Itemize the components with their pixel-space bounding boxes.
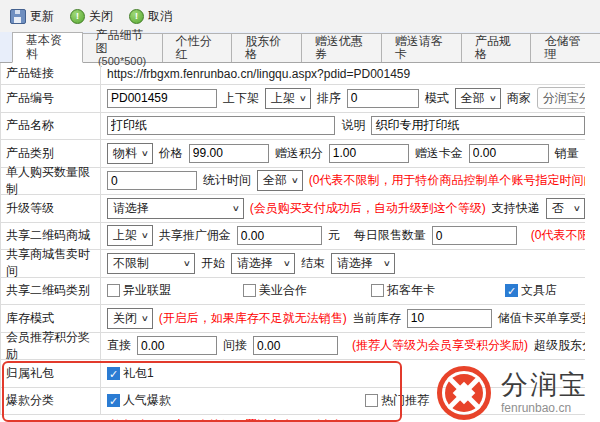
update-button[interactable]: 更新	[10, 8, 54, 25]
end-label: 结束	[301, 255, 325, 272]
express-select[interactable]: 否∨	[546, 198, 585, 219]
checkbox-remen-tuijian[interactable]: 热门推荐	[365, 392, 429, 409]
tab-basic-info[interactable]: 基本资料	[12, 32, 83, 63]
limit-note: (0代表不限制，用于特价商品控制单个账号指定时间内允许购买数量限制。)	[309, 172, 585, 189]
close-icon: !	[70, 9, 85, 24]
price-input[interactable]	[189, 144, 269, 163]
tab-personal-dividend[interactable]: 个性分红	[162, 33, 233, 62]
direct-label: 直接	[107, 337, 131, 354]
checkbox-icon	[371, 284, 384, 297]
fenrunbao-logo: 分润宝 fenrunbao.cn	[437, 366, 588, 420]
daily-limit-input[interactable]	[432, 226, 517, 245]
row-purchase-limit: 单人购买数量限制 统计时间 全部∨ (0代表不限制，用于特价商品控制单个账号指定…	[1, 168, 585, 196]
product-code-input[interactable]	[107, 89, 217, 108]
sales-label: 销量	[555, 145, 579, 162]
discount-label: 储值卡买单享受折扣	[498, 310, 585, 327]
tab-label: 赠送请客卡	[395, 35, 448, 61]
field-label: 会员推荐积分奖励	[1, 333, 101, 360]
express-label: 支持快递	[492, 200, 540, 217]
tab-label: 赠送优惠券	[315, 35, 368, 61]
share-shop-select[interactable]: 上架∨	[107, 225, 153, 246]
checkbox-checked-icon: ✓	[107, 394, 120, 407]
logo-name: 分润宝	[501, 371, 588, 399]
limit-input[interactable]	[107, 171, 197, 190]
field-label: 产品编号	[1, 85, 101, 112]
checkbox-label: 人气爆款	[123, 392, 171, 409]
end-value: 请选择	[337, 255, 373, 272]
updown-select[interactable]: 上架∨	[265, 88, 311, 109]
tab-warehouse[interactable]: 仓储管理	[530, 33, 600, 62]
close-button[interactable]: ! 关闭	[70, 8, 113, 25]
mode-value: 全部	[461, 90, 485, 107]
close-button-label: 关闭	[89, 8, 113, 25]
field-label: 库存模式	[1, 305, 101, 332]
tab-product-spec[interactable]: 产品规格	[461, 33, 532, 62]
stock-mode-select[interactable]: 关闭∨	[107, 308, 153, 329]
tab-gift-treat-card[interactable]: 赠送请客卡	[381, 33, 462, 62]
stat-time-select[interactable]: 全部∨	[257, 170, 303, 191]
row-product-link: 产品链接 https://frbgxm.fenrunbao.cn/lingqu.…	[1, 63, 585, 85]
tab-label: 基本资料	[26, 34, 69, 60]
upgrade-level-select[interactable]: 请选择∨	[107, 198, 244, 219]
desc-label: 说明	[341, 117, 365, 134]
checkbox-meiye-hezuo[interactable]: 美业合作	[243, 282, 365, 299]
daily-limit-label: 每日限售数量	[354, 227, 426, 244]
checkbox-renqi-baokuan[interactable]: ✓人气爆款	[107, 392, 359, 409]
start-label: 开始	[201, 255, 225, 272]
product-name-input[interactable]	[107, 116, 335, 135]
chevron-down-icon: ∨	[141, 149, 149, 158]
sort-input[interactable]	[347, 89, 419, 108]
checkbox-wenjudian[interactable]: ✓文具店	[505, 282, 557, 299]
checkbox-checked-icon: ✓	[107, 367, 120, 380]
card-input[interactable]	[469, 144, 549, 163]
stock-mode-value: 关闭	[113, 310, 137, 327]
chevron-down-icon: ∨	[141, 314, 149, 323]
category-select[interactable]: 物料∨	[107, 143, 153, 164]
chevron-down-icon: ∨	[283, 259, 291, 268]
tab-gift-coupon[interactable]: 赠送优惠券	[301, 33, 382, 62]
commission-label: 共享推广佣金	[159, 227, 231, 244]
checkbox-icon	[107, 284, 120, 297]
start-select[interactable]: 请选择∨	[231, 253, 295, 274]
checkbox-label: 礼包1	[123, 365, 154, 382]
end-select[interactable]: 请选择∨	[331, 253, 395, 274]
product-form: 产品链接 https://frbgxm.fenrunbao.cn/lingqu.…	[0, 63, 585, 415]
indirect-label: 间接	[223, 337, 247, 354]
tab-label: 股东价格	[245, 35, 288, 61]
tab-shareholder-price[interactable]: 股东价格	[231, 33, 302, 62]
chevron-down-icon: ∨	[141, 231, 149, 240]
checkbox-yiye-lianmeng[interactable]: 异业联盟	[107, 282, 237, 299]
cancel-button[interactable]: ! 取消	[129, 8, 172, 25]
field-label: 产品名称	[1, 113, 101, 140]
checkbox-label: 拓客年卡	[387, 282, 435, 299]
checkbox-checked-icon: ✓	[505, 284, 518, 297]
checkbox-icon	[243, 284, 256, 297]
points-label: 赠送积分	[275, 145, 323, 162]
checkbox-label: 热门推荐	[381, 392, 429, 409]
direct-reward-input[interactable]	[137, 336, 217, 355]
row-share-sale-time: 共享商城售卖时间 不限制∨ 开始 请选择∨ 结束 请选择∨	[1, 250, 585, 278]
upgrade-level-value: 请选择	[113, 200, 149, 217]
express-value: 否	[552, 200, 564, 217]
tab-detail-images[interactable]: 产品细节图 (500*500)	[82, 33, 163, 62]
checkbox-icon	[365, 394, 378, 407]
points-input[interactable]	[329, 144, 409, 163]
tab-label: 个性分红	[176, 35, 219, 61]
checkbox-tuoke-nianka[interactable]: 拓客年卡	[371, 282, 499, 299]
merchant-select[interactable]: 分润宝分销系统▾	[537, 87, 585, 109]
stat-time-value: 全部	[263, 172, 287, 189]
commission-input[interactable]	[237, 226, 322, 245]
sale-time-select[interactable]: 不限制∨	[107, 253, 195, 274]
updown-label: 上下架	[223, 90, 259, 107]
current-stock-input[interactable]	[407, 309, 492, 328]
mode-select[interactable]: 全部∨	[455, 88, 501, 109]
clipped-footer-note: (礼包 在页面上放个按钮设置以上会员可以购买)	[106, 417, 357, 422]
product-edit-page: 更新 ! 关闭 ! 取消 基本资料 产品细节图 (500*500) 个性分红 股…	[0, 0, 600, 422]
checkbox-libao1[interactable]: ✓礼包1	[107, 365, 154, 382]
chevron-down-icon: ∨	[489, 94, 497, 103]
indirect-reward-input[interactable]	[253, 336, 338, 355]
start-value: 请选择	[237, 255, 273, 272]
price-label: 价格	[159, 145, 183, 162]
share-shop-value: 上架	[113, 227, 137, 244]
product-desc-input[interactable]	[371, 116, 585, 135]
